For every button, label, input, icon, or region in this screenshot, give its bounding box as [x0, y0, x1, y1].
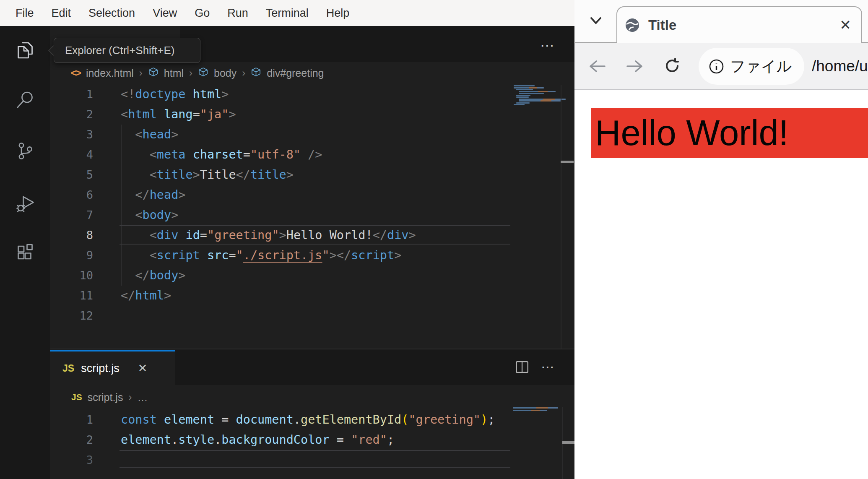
overview-ruler: [561, 85, 561, 349]
code-line[interactable]: 8 <div id="greeting">Hello World!</div>: [50, 225, 574, 245]
menu-view[interactable]: View: [144, 7, 186, 20]
vscode-menubar: FileEditSelectionViewGoRunTerminalHelp: [0, 0, 574, 26]
close-tab-icon[interactable]: ✕: [839, 17, 851, 33]
breadcrumb-separator: ›: [128, 391, 132, 403]
extensions-icon[interactable]: [15, 242, 35, 263]
line-number[interactable]: 5: [50, 165, 93, 185]
line-number[interactable]: 10: [50, 266, 93, 286]
symbol-cube-icon: [148, 67, 159, 80]
minimap-line: [514, 87, 544, 89]
overview-ruler-cursor-mark: [562, 441, 574, 444]
globe-favicon: [625, 18, 640, 33]
code-line[interactable]: 1const element = document.getElementById…: [50, 410, 574, 430]
run-and-debug-icon[interactable]: [15, 193, 35, 213]
code-line[interactable]: 4 <meta charset="utf-8" />: [50, 145, 574, 165]
overview-ruler-cursor-mark: [561, 161, 574, 163]
panel-code-area[interactable]: 1const element = document.getElementById…: [50, 410, 574, 470]
forward-icon[interactable]: [626, 60, 645, 74]
code-line[interactable]: 5 <title>Title</title>: [50, 165, 574, 185]
info-icon: [709, 59, 724, 74]
browser-tab[interactable]: Title ✕: [616, 6, 862, 43]
code-line[interactable]: 10 </body>: [50, 266, 574, 286]
search-icon[interactable]: [15, 90, 35, 110]
close-tab-icon[interactable]: ✕: [138, 362, 148, 375]
tab-search-chevron-icon[interactable]: [589, 15, 604, 27]
minimap[interactable]: [514, 85, 564, 107]
code-line[interactable]: 11</html>: [50, 286, 574, 306]
minimap-line: [516, 89, 533, 90]
html-file-icon: <>: [71, 68, 81, 79]
line-number[interactable]: 4: [50, 145, 93, 165]
breadcrumb-separator: ›: [189, 67, 192, 79]
back-icon[interactable]: [588, 60, 607, 74]
breadcrumb-path: ›html›body›div#greeting: [139, 67, 324, 80]
minimap[interactable]: [513, 407, 563, 413]
line-number[interactable]: 2: [50, 430, 93, 450]
breadcrumb-item[interactable]: div#greeting: [267, 67, 324, 79]
breadcrumb-separator: ›: [139, 67, 143, 79]
line-number[interactable]: 2: [50, 104, 93, 125]
breadcrumb-item-file[interactable]: index.html: [86, 67, 134, 79]
minimap-line: [516, 95, 530, 96]
line-number[interactable]: 1: [50, 84, 93, 104]
more-actions-icon[interactable]: ⋯: [541, 359, 556, 375]
explorer-tooltip: Explorer (Ctrl+Shift+E): [54, 38, 200, 63]
line-number[interactable]: 12: [50, 306, 93, 326]
editor-group-sash[interactable]: [50, 349, 574, 349]
line-number[interactable]: 6: [50, 185, 93, 205]
breadcrumb-item-file[interactable]: script.js: [88, 391, 123, 404]
code-line[interactable]: 2element.style.backgroundColor = "red";: [50, 430, 574, 450]
screen: FileEditSelectionViewGoRunTerminalHelp: [0, 0, 868, 479]
code-line[interactable]: 7 <body>: [50, 205, 574, 225]
panel-breadcrumb: JS script.js › …: [71, 387, 449, 408]
line-number[interactable]: 3: [50, 125, 93, 145]
menu-run[interactable]: Run: [218, 7, 257, 20]
address-bar-url[interactable]: /home/u: [812, 43, 868, 90]
editor-code-area[interactable]: 1<!doctype html>2<html lang="ja">3 <head…: [50, 84, 574, 326]
minimap-line: [516, 102, 530, 104]
symbol-cube-icon: [198, 67, 208, 80]
line-number[interactable]: 9: [50, 245, 93, 266]
line-number[interactable]: 7: [50, 205, 93, 225]
breadcrumb-item[interactable]: html: [164, 67, 184, 79]
minimap-line: [519, 99, 566, 100]
minimap-line: [519, 93, 544, 94]
minimap-line: [513, 410, 547, 411]
minimap-line: [514, 85, 535, 86]
code-line[interactable]: 3: [50, 450, 574, 470]
line-number[interactable]: 3: [50, 450, 93, 470]
code-line[interactable]: 6 </head>: [50, 185, 574, 205]
greeting-heading: Hello World!: [591, 108, 868, 158]
editor-more-actions-icon[interactable]: ⋯: [540, 37, 556, 54]
vscode-activity-bar: [0, 26, 50, 479]
minimap-line: [513, 407, 558, 409]
menu-file[interactable]: File: [7, 7, 43, 20]
menu-edit[interactable]: Edit: [43, 7, 80, 20]
panel-editor-actions: ⋯: [515, 359, 556, 375]
menu-terminal[interactable]: Terminal: [257, 7, 317, 20]
code-line[interactable]: 1<!doctype html>: [50, 84, 574, 104]
menu-help[interactable]: Help: [317, 7, 359, 20]
breadcrumb-item-more[interactable]: …: [137, 391, 148, 404]
site-info-chip[interactable]: ファイル: [699, 48, 804, 85]
tab-title: Title: [648, 17, 676, 33]
reload-icon[interactable]: [664, 58, 681, 75]
minimap-line: [519, 100, 561, 102]
minimap-line: [519, 91, 556, 92]
explorer-icon[interactable]: [15, 40, 35, 60]
code-line[interactable]: 2<html lang="ja">: [50, 104, 574, 125]
line-number[interactable]: 8: [50, 225, 93, 245]
breadcrumb: <> index.html ›html›body›div#greeting: [71, 62, 532, 84]
line-number[interactable]: 1: [50, 410, 93, 430]
minimap-line: [516, 96, 529, 98]
tab-script-js[interactable]: JS script.js ✕: [50, 350, 175, 385]
menu-go[interactable]: Go: [186, 7, 218, 20]
code-line[interactable]: 12: [50, 306, 574, 326]
breadcrumb-item[interactable]: body: [214, 67, 236, 79]
code-line[interactable]: 9 <script src="./script.js"></script>: [50, 245, 574, 266]
split-editor-icon[interactable]: [515, 360, 529, 374]
line-number[interactable]: 11: [50, 286, 93, 306]
source-control-icon[interactable]: [15, 141, 35, 161]
menu-selection[interactable]: Selection: [80, 7, 144, 20]
code-line[interactable]: 3 <head>: [50, 125, 574, 145]
